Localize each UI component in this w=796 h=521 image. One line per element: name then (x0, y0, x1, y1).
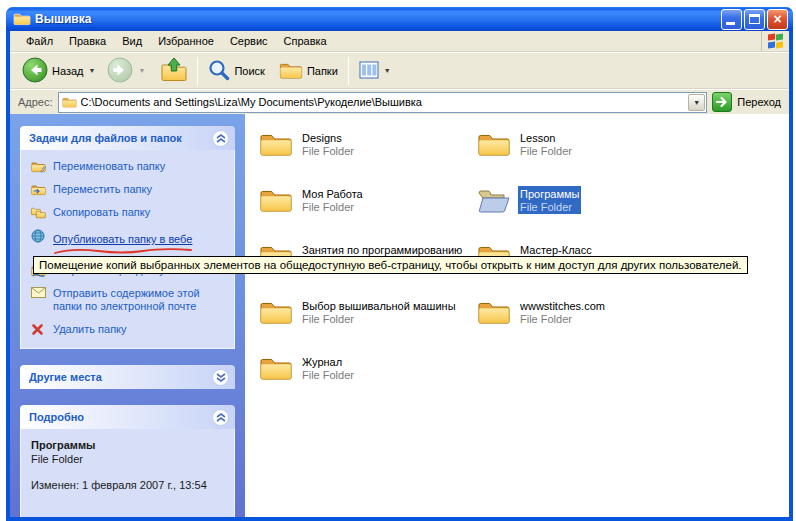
go-button[interactable] (712, 92, 732, 112)
details-body: Программы File Folder Изменен: 1 февраля… (20, 429, 235, 517)
address-dropdown-button[interactable]: ▼ (688, 94, 705, 111)
address-folder-icon (62, 96, 77, 108)
toolbar-separator (197, 57, 198, 85)
red-annotation-underline (53, 248, 193, 254)
copy-folder-icon (31, 206, 47, 219)
collapse-chevron-icon[interactable] (212, 130, 229, 147)
maximize-button[interactable] (744, 9, 765, 30)
open-folder-selected-icon (477, 186, 511, 213)
file-name[interactable]: wwwstitches.com (518, 300, 607, 313)
panel-other-places: Другие места (20, 365, 235, 389)
file-list: DesignsFile Folder LessonFile Folder Моя… (245, 114, 789, 517)
details-item-name: Программы (31, 439, 228, 451)
toolbar-separator (348, 57, 349, 85)
collapse-chevron-icon[interactable] (212, 409, 229, 426)
delete-icon (31, 323, 47, 336)
search-icon (208, 59, 230, 83)
file-item-wwwstitches[interactable]: wwwstitches.comFile Folder (477, 298, 687, 354)
address-input[interactable]: C:\Documents and Settings\Liza\My Docume… (81, 96, 689, 108)
file-tasks-body: Переименовать папку Переместить папку Ск… (20, 150, 235, 349)
menu-favorites[interactable]: Избранное (150, 32, 222, 50)
details-item-type: File Folder (31, 453, 228, 465)
move-folder-icon (31, 183, 47, 196)
minimize-button[interactable] (721, 9, 742, 30)
main-area: Задачи для файлов и папок Переименовать … (10, 114, 789, 517)
file-name[interactable]: Designs (300, 132, 356, 145)
panel-details: Подробно Программы File Folder Изменен: … (20, 405, 235, 517)
back-button[interactable]: Назад ▼ (18, 55, 99, 87)
file-name[interactable]: Журнал (300, 356, 356, 369)
file-item-lesson[interactable]: LessonFile Folder (477, 130, 687, 186)
file-item-vybor-mashiny[interactable]: Выбор вышивальной машиныFile Folder (259, 298, 469, 354)
file-tasks-header[interactable]: Задачи для файлов и папок (20, 126, 235, 150)
details-header[interactable]: Подробно (20, 405, 235, 429)
menu-edit[interactable]: Правка (61, 32, 114, 50)
publish-web-icon (31, 229, 47, 243)
up-button[interactable] (157, 55, 191, 86)
address-bar: Адрес: C:\Documents and Settings\Liza\My… (10, 89, 789, 114)
task-rename-folder[interactable]: Переименовать папку (31, 160, 228, 173)
task-pane-sidebar: Задачи для файлов и папок Переименовать … (10, 114, 245, 517)
task-delete-folder[interactable]: Удалить папку (31, 323, 228, 336)
task-copy-folder[interactable]: Скопировать папку (31, 206, 228, 219)
file-type: File Folder (300, 313, 458, 326)
folder-icon (259, 130, 293, 157)
address-label: Адрес: (18, 96, 53, 108)
folders-button[interactable]: Папки (275, 58, 342, 84)
views-button[interactable]: ▼ (355, 59, 395, 83)
email-icon (31, 287, 47, 298)
address-combo[interactable]: C:\Documents and Settings\Liza\My Docume… (58, 92, 708, 113)
close-button[interactable]: × (767, 9, 788, 30)
menu-tools[interactable]: Сервис (222, 32, 276, 50)
task-email-folder[interactable]: Отправить содержимое этой папки по элект… (31, 287, 228, 313)
file-item-moya-rabota[interactable]: Моя РаботаFile Folder (259, 186, 469, 242)
details-title: Подробно (29, 411, 212, 423)
back-dropdown-icon[interactable]: ▼ (89, 67, 96, 74)
file-item-designs[interactable]: DesignsFile Folder (259, 130, 469, 186)
task-label[interactable]: Скопировать папку (53, 206, 150, 219)
task-label[interactable]: Опубликовать папку в вебе (53, 233, 192, 245)
toolbar: Назад ▼ ▼ Поиск Папки ▼ (10, 52, 789, 89)
folder-icon (477, 298, 511, 325)
file-name[interactable]: Lesson (518, 132, 574, 145)
menu-file[interactable]: Файл (18, 32, 61, 50)
file-name[interactable]: Выбор вышивальной машины (300, 300, 458, 313)
rename-folder-icon (31, 160, 47, 173)
forward-dropdown-icon[interactable]: ▼ (138, 67, 145, 74)
task-label[interactable]: Переместить папку (53, 183, 152, 196)
file-type: File Folder (518, 145, 574, 158)
task-publish-folder-web[interactable]: Опубликовать папку в вебе (31, 229, 228, 254)
forward-button[interactable]: ▼ (103, 55, 149, 87)
views-dropdown-icon[interactable]: ▼ (384, 67, 391, 74)
file-name[interactable]: Программы (518, 188, 581, 201)
go-label[interactable]: Переход (737, 96, 781, 108)
task-label[interactable]: Удалить папку (53, 323, 127, 336)
file-name[interactable]: Моя Работа (300, 188, 365, 201)
file-type: File Folder (518, 201, 581, 214)
file-item-zhurnal[interactable]: ЖурналFile Folder (259, 354, 469, 410)
file-tasks-title: Задачи для файлов и папок (29, 132, 212, 144)
tooltip: Помещение копий выбранных элементов на о… (33, 256, 748, 274)
search-button[interactable]: Поиск (204, 57, 268, 85)
menu-help[interactable]: Справка (276, 32, 335, 50)
folder-icon (259, 186, 293, 213)
expand-chevron-icon[interactable] (212, 369, 229, 386)
task-move-folder[interactable]: Переместить папку (31, 183, 228, 196)
folder-window-icon (13, 11, 31, 27)
folders-icon (279, 60, 303, 82)
task-label[interactable]: Переименовать папку (53, 160, 165, 173)
windows-logo-icon (761, 31, 789, 52)
menu-view[interactable]: Вид (114, 32, 150, 50)
task-label[interactable]: Отправить содержимое этой папки по элект… (53, 287, 228, 313)
file-item-programmy-selected[interactable]: ПрограммыFile Folder (477, 186, 687, 242)
title-bar[interactable]: Вышивка × (6, 7, 793, 31)
other-places-title: Другие места (29, 371, 212, 383)
file-type: File Folder (300, 145, 356, 158)
other-places-header[interactable]: Другие места (20, 365, 235, 389)
details-item-modified: Изменен: 1 февраля 2007 г., 13:54 (31, 479, 228, 491)
folder-icon (477, 130, 511, 157)
forward-icon (107, 57, 133, 85)
file-type: File Folder (300, 201, 365, 214)
up-folder-icon (161, 57, 187, 84)
file-type: File Folder (518, 313, 607, 326)
